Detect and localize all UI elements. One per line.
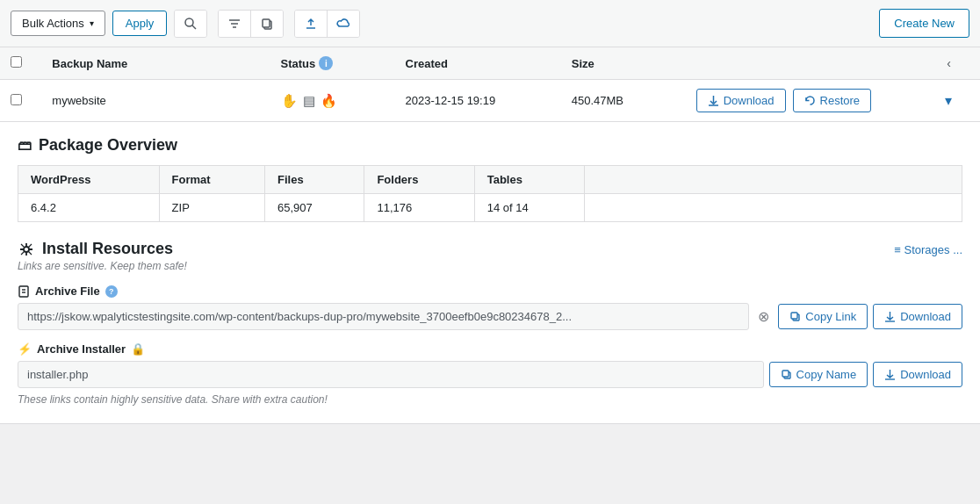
row-backup-name: mywebsite: [41, 80, 270, 122]
svg-point-0: [185, 18, 193, 26]
row-expand-button[interactable]: ▾: [945, 92, 952, 109]
select-all-checkbox[interactable]: [11, 56, 22, 68]
col-header-actions: [686, 47, 918, 80]
toolbar-icon-group-2: [218, 10, 284, 38]
row-expand-cell: ▾: [918, 80, 980, 122]
overview-col-folders: Folders: [364, 166, 474, 194]
archive-file-field: Archive File ? ⊗ Copy Link Download: [18, 284, 962, 330]
lock-icon: 🔒: [131, 342, 145, 356]
detail-panel: 🗃 Package Overview WordPress Format File…: [0, 122, 980, 424]
upload-icon-button[interactable]: [295, 11, 328, 37]
schedule-icon: ▤: [303, 93, 315, 109]
package-overview-title: 🗃 Package Overview: [18, 136, 962, 155]
sensitive-warning: These links contain highly sensitive dat…: [18, 393, 962, 406]
overview-val-folders: 11,176: [364, 194, 474, 222]
svg-rect-13: [791, 313, 797, 319]
table-row: mywebsite ✋ ▤ 🔥 2023-12-15 19:19 450.47M…: [0, 80, 980, 122]
archive-file-icon: [18, 285, 30, 298]
archive-file-clear-button[interactable]: ⊗: [754, 308, 773, 325]
collapse-icon-button[interactable]: ‹: [947, 56, 951, 70]
overview-val-wordpress: 6.4.2: [18, 194, 160, 222]
overview-val-empty: [585, 194, 962, 222]
chevron-down-icon: ▾: [90, 18, 94, 28]
package-overview-section: 🗃 Package Overview WordPress Format File…: [18, 136, 962, 222]
link-icon: [18, 241, 35, 258]
overview-col-files: Files: [265, 166, 364, 194]
overview-table: WordPress Format Files Folders Tables 6.…: [18, 165, 962, 222]
overview-val-files: 65,907: [265, 194, 364, 222]
install-resources-title: Install Resources: [18, 240, 187, 258]
archive-installer-download-button[interactable]: Download: [873, 362, 962, 387]
col-header-size: Size: [561, 47, 686, 80]
archive-file-input-row: ⊗ Copy Link Download: [18, 303, 962, 330]
fire-icon: 🔥: [321, 93, 337, 109]
storages-link[interactable]: ≡ Storages ...: [894, 243, 962, 256]
create-new-button[interactable]: Create New: [879, 9, 969, 38]
row-actions: Download Restore: [686, 80, 918, 122]
overview-val-tables: 14 of 14: [474, 194, 584, 222]
copy-icon-button[interactable]: [251, 11, 283, 37]
overview-col-empty: [585, 166, 962, 194]
overview-val-format: ZIP: [159, 194, 264, 222]
col-header-backup-name: Backup Name: [41, 47, 270, 80]
archive-installer-input-row: Copy Name Download: [18, 361, 962, 388]
installer-download-icon: [884, 369, 896, 380]
archive-file-help-icon[interactable]: ?: [105, 285, 118, 298]
row-created: 2023-12-15 19:19: [395, 80, 561, 122]
archive-installer-input[interactable]: [18, 361, 764, 388]
bulk-actions-label: Bulk Actions: [22, 17, 84, 30]
bulk-actions-button[interactable]: Bulk Actions ▾: [11, 11, 105, 36]
archive-installer-field: ⚡ Archive Installer 🔒 Copy Name Download: [18, 342, 962, 406]
col-header-expand: ‹: [918, 47, 980, 80]
row-size: 450.47MB: [561, 80, 686, 122]
svg-point-8: [24, 247, 29, 252]
search-icon-button[interactable]: [175, 11, 206, 37]
overview-col-tables: Tables: [474, 166, 584, 194]
row-checkbox[interactable]: [11, 94, 22, 105]
archive-file-copy-link-button[interactable]: Copy Link: [778, 304, 868, 329]
toolbar-icon-group-3: [294, 10, 360, 38]
svg-rect-6: [263, 19, 270, 27]
install-resources-section: Install Resources Links are sensitive. K…: [18, 240, 962, 406]
archive-download-icon: [884, 311, 896, 322]
archive-installer-label: ⚡ Archive Installer 🔒: [18, 342, 962, 356]
apply-button[interactable]: Apply: [112, 11, 168, 36]
toolbar-icon-group-1: [174, 10, 207, 38]
overview-col-format: Format: [159, 166, 264, 194]
row-restore-button[interactable]: Restore: [793, 89, 872, 112]
archive-file-download-button[interactable]: Download: [873, 304, 962, 329]
status-info-icon[interactable]: i: [319, 56, 333, 70]
package-icon: 🗃: [18, 138, 32, 154]
svg-rect-9: [19, 286, 28, 297]
sensitive-note: Links are sensitive. Keep them safe!: [18, 260, 187, 272]
archive-installer-copy-name-button[interactable]: Copy Name: [769, 362, 868, 387]
filter-icon-button[interactable]: [219, 11, 251, 37]
overview-col-wordpress: WordPress: [18, 166, 160, 194]
svg-line-1: [192, 25, 196, 29]
svg-rect-16: [782, 371, 789, 377]
archive-file-label: Archive File ?: [18, 284, 962, 298]
copy-name-icon: [781, 369, 792, 380]
archive-file-input[interactable]: [18, 303, 749, 330]
row-download-button[interactable]: Download: [696, 89, 786, 112]
backup-table: Backup Name Status i Created Size ‹: [0, 47, 980, 122]
col-header-created: Created: [395, 47, 561, 80]
copy-link-icon: [789, 311, 801, 322]
cloud-icon-button[interactable]: [328, 11, 359, 37]
hand-icon: ✋: [281, 93, 298, 109]
bolt-icon: ⚡: [18, 342, 32, 356]
row-status-icons: ✋ ▤ 🔥: [270, 80, 395, 122]
col-header-status: Status i: [270, 47, 395, 80]
